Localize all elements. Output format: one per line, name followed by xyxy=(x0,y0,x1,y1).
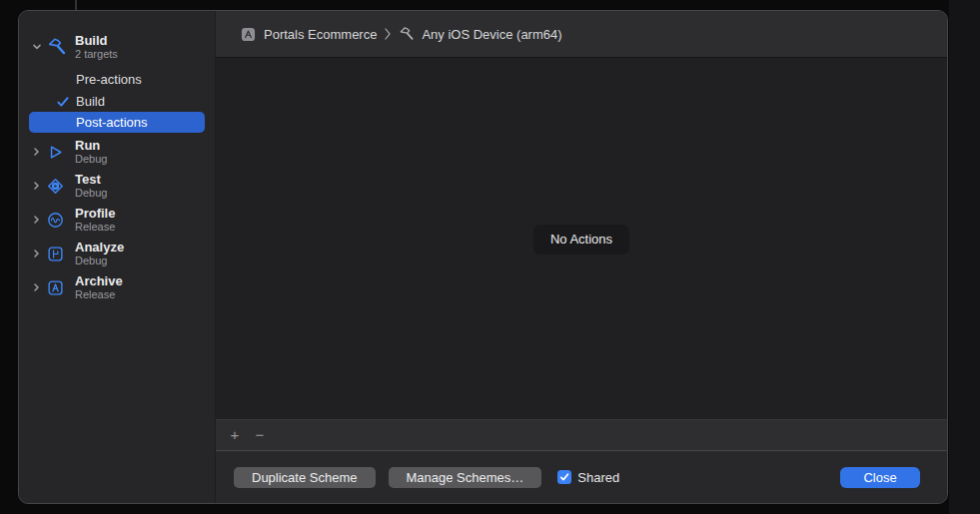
chevron-right-icon[interactable] xyxy=(32,181,41,191)
scheme-editor-dialog: Build 2 targets Pre-actions Build Post-a… xyxy=(18,10,948,504)
no-actions-badge: No Actions xyxy=(533,225,629,255)
sidebar-item-post-actions-selected[interactable]: Post-actions xyxy=(29,112,205,133)
analyze-title: Analyze xyxy=(75,240,124,255)
shared-checkbox-group: Shared xyxy=(557,470,619,485)
app-placeholder-icon xyxy=(241,27,256,42)
sidebar-item-build-step[interactable]: Build xyxy=(76,92,105,112)
actions-toolbar: + − xyxy=(216,419,947,450)
actions-list-area: No Actions xyxy=(216,58,947,419)
sidebar-item-test[interactable]: Test Debug xyxy=(32,171,107,201)
archive-detail: Release xyxy=(75,288,123,301)
run-detail: Debug xyxy=(75,153,107,166)
chevron-right-icon[interactable] xyxy=(32,249,41,258)
chevron-right-icon[interactable] xyxy=(32,215,41,225)
sidebar-item-profile[interactable]: Profile Release xyxy=(32,205,115,235)
run-title: Run xyxy=(75,138,107,153)
add-action-button[interactable]: + xyxy=(226,426,244,444)
breadcrumb: Portals Ecommerce Any iOS Device (arm64) xyxy=(216,11,947,58)
sidebar-item-pre-actions[interactable]: Pre-actions xyxy=(76,70,142,90)
remove-action-button[interactable]: − xyxy=(251,426,269,444)
breadcrumb-chevron-icon xyxy=(384,27,392,41)
sidebar-item-archive[interactable]: Archive Release xyxy=(32,272,123,302)
close-button[interactable]: Close xyxy=(840,467,920,488)
checkmark-icon xyxy=(559,472,569,482)
chevron-right-icon[interactable] xyxy=(32,282,41,292)
analyze-detail: Debug xyxy=(75,255,124,267)
shared-checkbox[interactable] xyxy=(557,470,571,484)
profile-pulse-icon xyxy=(47,212,64,229)
scheme-detail-pane: Portals Ecommerce Any iOS Device (arm64)… xyxy=(216,11,947,503)
background-pane xyxy=(949,0,980,514)
sidebar-item-run[interactable]: Run Debug xyxy=(32,137,107,167)
sidebar-item-build[interactable]: Build 2 targets xyxy=(32,33,118,61)
build-title: Build xyxy=(75,33,118,48)
archive-title: Archive xyxy=(75,273,123,288)
hammer-icon xyxy=(399,26,416,43)
sidebar-item-analyze[interactable]: Analyze Debug xyxy=(32,239,124,268)
test-detail: Debug xyxy=(75,187,107,200)
background-artifact-line xyxy=(75,0,77,10)
scheme-actions-sidebar: Build 2 targets Pre-actions Build Post-a… xyxy=(19,11,216,503)
run-play-icon xyxy=(47,144,64,161)
chevron-down-icon[interactable] xyxy=(32,42,42,52)
archive-a-icon xyxy=(47,279,64,296)
test-title: Test xyxy=(75,172,107,187)
dialog-footer: Duplicate Scheme Manage Schemes… Shared … xyxy=(216,450,947,503)
post-actions-label: Post-actions xyxy=(76,112,148,133)
chevron-right-icon[interactable] xyxy=(32,147,41,157)
hammer-icon xyxy=(47,36,67,58)
manage-schemes-button[interactable]: Manage Schemes… xyxy=(389,467,542,488)
checkmark-icon xyxy=(56,95,70,109)
screen: Build 2 targets Pre-actions Build Post-a… xyxy=(0,0,980,514)
breadcrumb-project: Portals Ecommerce xyxy=(264,27,377,42)
profile-title: Profile xyxy=(75,206,115,221)
test-diamond-icon xyxy=(47,178,64,195)
build-detail: 2 targets xyxy=(75,48,118,61)
analyze-box-icon xyxy=(47,246,64,262)
profile-detail: Release xyxy=(75,221,115,234)
shared-label: Shared xyxy=(577,470,619,485)
breadcrumb-destination: Any iOS Device (arm64) xyxy=(422,27,561,42)
duplicate-scheme-button[interactable]: Duplicate Scheme xyxy=(234,467,376,488)
